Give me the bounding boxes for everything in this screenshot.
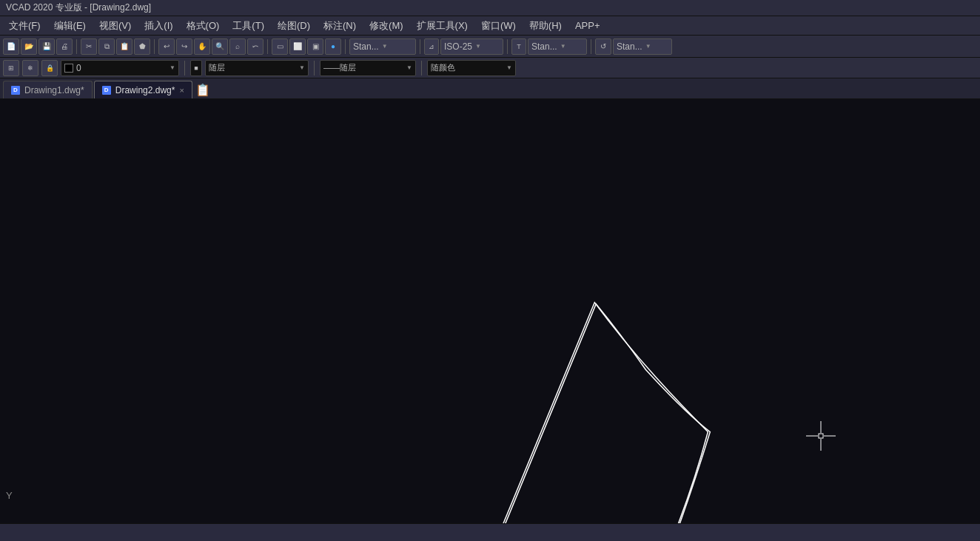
menu-insert[interactable]: 插入(I) xyxy=(138,18,178,34)
title-text: VCAD 2020 专业版 - [Drawing2.dwg] xyxy=(6,1,151,14)
dropdown-stan3-arrow: ▼ xyxy=(645,43,651,50)
tb-new[interactable]: 📄 xyxy=(3,38,19,55)
tb-undo[interactable]: ↩ xyxy=(158,38,175,55)
crosshair xyxy=(806,421,836,453)
tab-bar: D Drawing1.dwg* D Drawing2.dwg* × 📋 xyxy=(0,78,980,99)
tb-zoom-prev[interactable]: ⤺ xyxy=(247,38,264,55)
dropdown-stan2-label: Stan... xyxy=(531,41,557,52)
tb-layer-freeze[interactable]: ❄ xyxy=(22,60,38,76)
layer-dropdown[interactable]: 0 ▼ xyxy=(61,60,179,76)
menu-extension[interactable]: 扩展工具(X) xyxy=(411,18,474,34)
plotstyle-dropdown[interactable]: 随颜色 ▼ xyxy=(427,60,516,76)
tb-zoom-realtime[interactable]: 🔍 xyxy=(212,38,228,55)
menu-format[interactable]: 格式(O) xyxy=(181,18,226,34)
tb-redo[interactable]: ↪ xyxy=(176,38,192,55)
tb-style-icon[interactable]: T xyxy=(511,38,526,55)
lineweight-arrow: ▼ xyxy=(406,64,412,71)
menu-modify[interactable]: 修改(M) xyxy=(363,18,409,34)
tb-copy[interactable]: ⧉ xyxy=(98,38,115,55)
menu-edit[interactable]: 编辑(E) xyxy=(48,18,92,34)
tb-layer-icon[interactable]: ⊞ xyxy=(3,60,19,76)
lineweight-label: ——随层 xyxy=(323,62,356,73)
menu-draw[interactable]: 绘图(D) xyxy=(272,18,316,34)
tb-linetype-icon[interactable]: ■ xyxy=(190,60,202,76)
dropdown-stan3[interactable]: Stan... ▼ xyxy=(613,38,672,55)
tb-print[interactable]: 🖨 xyxy=(56,38,73,55)
linetype-arrow: ▼ xyxy=(299,64,305,71)
tb-layout[interactable]: ▣ xyxy=(307,38,323,55)
status-bar xyxy=(0,523,980,541)
sep5 xyxy=(420,39,420,54)
linetype-label: 随层 xyxy=(209,62,225,73)
sep7 xyxy=(591,39,591,54)
lineweight-dropdown[interactable]: ——随层 ▼ xyxy=(320,60,416,76)
sep4 xyxy=(345,39,346,54)
tb-dimstyle-icon[interactable]: ⊿ xyxy=(424,38,439,55)
dropdown-iso25[interactable]: ISO-25 ▼ xyxy=(440,38,503,55)
tb-matchprop[interactable]: ⬟ xyxy=(134,38,150,55)
plotstyle-label: 随颜色 xyxy=(431,62,455,73)
tab-drawing2-label: Drawing2.dwg* xyxy=(115,85,175,95)
dropdown-iso25-label: ISO-25 xyxy=(444,41,472,52)
sep6 xyxy=(507,39,508,54)
title-bar: VCAD 2020 专业版 - [Drawing2.dwg] xyxy=(0,0,980,16)
tab-drawing2[interactable]: D Drawing2.dwg* × xyxy=(94,81,192,98)
layer-name-label: 0 xyxy=(76,63,81,73)
tb-paste[interactable]: 📋 xyxy=(116,38,132,55)
canvas-area[interactable]: Y xyxy=(0,99,980,523)
svg-rect-4 xyxy=(819,434,823,438)
plotstyle-arrow: ▼ xyxy=(506,64,512,71)
menu-annotate[interactable]: 标注(N) xyxy=(318,18,362,34)
toolbar-row-2: ⊞ ❄ 🔒 0 ▼ ■ 随层 ▼ ——随层 ▼ 随颜色 ▼ xyxy=(0,58,980,78)
y-label: Y xyxy=(6,490,13,501)
tb-layer-lock[interactable]: 🔒 xyxy=(41,60,58,76)
dropdown-stan1-label: Stan... xyxy=(353,41,379,52)
dropdown-stan1-arrow: ▼ xyxy=(382,43,388,50)
tb-cut[interactable]: ✂ xyxy=(81,38,97,55)
tb-save[interactable]: 💾 xyxy=(38,38,55,55)
menu-window[interactable]: 窗口(W) xyxy=(475,18,522,34)
tb-refresh-icon[interactable]: ↺ xyxy=(595,38,611,55)
tb-zoom-window[interactable]: ⌕ xyxy=(229,38,246,55)
tb-open[interactable]: 📂 xyxy=(21,38,37,55)
dropdown-stan3-label: Stan... xyxy=(617,41,642,52)
menu-tools[interactable]: 工具(T) xyxy=(226,18,270,34)
layer-dropdown-arrow: ▼ xyxy=(170,64,175,71)
menu-view[interactable]: 视图(V) xyxy=(93,18,137,34)
menu-help[interactable]: 帮助(H) xyxy=(523,18,568,34)
dropdown-stan2-arrow: ▼ xyxy=(560,43,566,50)
tab-drawing2-icon: D xyxy=(102,86,111,95)
menu-app[interactable]: APP+ xyxy=(569,19,606,33)
sep1 xyxy=(76,39,77,54)
sep10 xyxy=(421,61,422,75)
coord-y-label: Y xyxy=(6,490,13,501)
sep9 xyxy=(314,61,315,75)
drawing-svg xyxy=(0,99,980,523)
sep3 xyxy=(267,39,268,54)
tab-drawing1-label: Drawing1.dwg* xyxy=(24,85,84,95)
tb-pan[interactable]: ✋ xyxy=(194,38,210,55)
menu-file[interactable]: 文件(F) xyxy=(3,18,47,34)
tb-rect-view[interactable]: ▭ xyxy=(272,38,288,55)
tab-drawing1-icon: D xyxy=(11,86,20,95)
tab-drawing1[interactable]: D Drawing1.dwg* xyxy=(3,81,93,98)
layer-color-swatch xyxy=(64,64,73,73)
menu-bar: 文件(F) 编辑(E) 视图(V) 插入(I) 格式(O) 工具(T) 绘图(D… xyxy=(0,16,980,36)
toolbar-row-1: 📄 📂 💾 🖨 ✂ ⧉ 📋 ⬟ ↩ ↪ ✋ 🔍 ⌕ ⤺ ▭ ⬜ ▣ ● Stan… xyxy=(0,36,980,58)
sep8 xyxy=(184,61,185,75)
sep2 xyxy=(154,39,155,54)
tab-drawing2-close[interactable]: × xyxy=(179,86,184,95)
linetype-dropdown[interactable]: 随层 ▼ xyxy=(205,60,309,76)
dropdown-stan2[interactable]: Stan... ▼ xyxy=(528,38,587,55)
tb-model[interactable]: ⬜ xyxy=(289,38,306,55)
dropdown-iso25-arrow: ▼ xyxy=(475,43,481,50)
dropdown-stan1[interactable]: Stan... ▼ xyxy=(349,38,416,55)
tab-new-button[interactable]: 📋 xyxy=(194,81,212,98)
tb-circle[interactable]: ● xyxy=(325,38,341,55)
